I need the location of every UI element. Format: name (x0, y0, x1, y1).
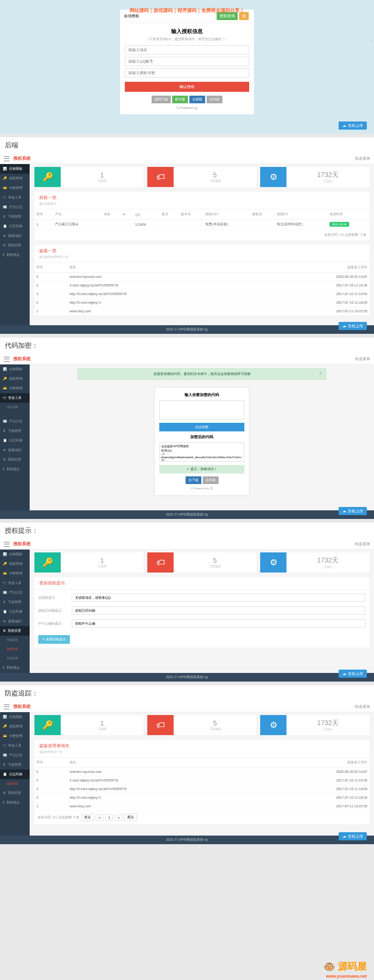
sidebar-item-track[interactable]: 👁盗版追踪 (0, 445, 30, 455)
sidebar-item-track[interactable]: 👁盗版追踪 (0, 231, 30, 241)
sidebar-item-sysinfo[interactable]: ℹ系统信息 (0, 663, 30, 672)
quick-menu[interactable]: 快速菜单 (355, 156, 370, 161)
sidebar-item-security[interactable]: 🛡安全工具 (0, 578, 30, 588)
upload-badge[interactable]: ☁当前上传 (339, 832, 367, 840)
sidebar-item-dashboard[interactable]: 📊仪表面板 (0, 550, 30, 559)
sidebar-item-track[interactable]: 👁盗版追踪 (0, 617, 30, 626)
track-panel: 盗版使用者域名盗版使用情况一览 序号域名盗版者入库时 5zhenshi.myuc… (34, 740, 369, 824)
sidebar-sub-auth[interactable]: 授权设置 (0, 645, 30, 654)
table-row[interactable]: 45.me/Lvkjkey=a13ef7d78595f73f2017-07-15… (34, 776, 369, 785)
table-row[interactable]: 3http://5.me/Lvkjkey=a13ef7d78595f73f201… (34, 290, 369, 298)
hamburger-icon[interactable] (4, 156, 10, 161)
sidebar-item-logs[interactable]: 📋日志列表 (0, 770, 30, 779)
submit-button[interactable]: 确认授权 (125, 82, 249, 92)
sidebar-item-dashboard[interactable]: 📊仪表面板 (0, 164, 30, 174)
sidebar-item-settings[interactable]: ⚙系统设置 (0, 455, 30, 464)
sidebar-sub-domain[interactable]: 域名授权 (0, 403, 30, 412)
code-input[interactable] (159, 400, 244, 419)
sidebar-item-product[interactable]: 📰产品公告 (0, 417, 30, 426)
sidebar-sub-general[interactable]: 常规设置 (0, 636, 30, 645)
upload-badge[interactable]: ☁当前上传 (339, 670, 367, 678)
sidebar-item-sysinfo[interactable]: ℹ系统信息 (0, 464, 30, 474)
sidebar-item-auth[interactable]: 🔑授权查询 (0, 722, 30, 731)
sidebar-item-download[interactable]: ⬇下载管理 (0, 597, 30, 607)
sidebar-item-card[interactable]: 💳卡密管理 (0, 384, 30, 393)
sidebar-item-download[interactable]: ⬇下载管理 (0, 212, 30, 221)
sidebar: 📊仪表面板 🔑授权查询 💳卡密管理 🛡安全工具 📰产品公告 ⬇下载管理 📋日志列… (0, 539, 30, 673)
topbar: 授权系统 快速菜单 (0, 539, 374, 550)
sidebar-item-security[interactable]: 🛡安全工具 (0, 193, 30, 202)
sidebar-item-download[interactable]: ⬇下载管理 (0, 760, 30, 770)
sidebar-item-card[interactable]: 💳卡密管理 (0, 569, 30, 578)
sidebar-item-auth[interactable]: 🔑授权查询 (0, 559, 30, 569)
sidebar-item-card[interactable]: 💳卡密管理 (0, 183, 30, 193)
sidebar-item-auth[interactable]: 🔑授权查询 (0, 174, 30, 183)
sidebar-item-sysinfo[interactable]: ℹ系统信息 (0, 250, 30, 260)
sidebar-item-card[interactable]: 💳卡密管理 (0, 731, 30, 741)
code-output[interactable]: 这是盗版VIP官网授权 联系QQ: <? phpeval(gzinflate(b… (159, 442, 244, 462)
hamburger-icon[interactable] (4, 705, 10, 709)
domain-input[interactable] (125, 45, 249, 55)
sidebar-item-security[interactable]: 🛡安全工具 (0, 741, 30, 750)
sidebar-item-auth[interactable]: 🔑授权查询 (0, 374, 30, 384)
table-row[interactable]: 1www.sfsq.com2017-07-11 19:22:53 (34, 307, 369, 316)
table-row[interactable]: 3http://5.me/Lvkjkey=a13ef7d78595f73f201… (34, 785, 369, 793)
cloud-icon: ☁ (342, 123, 346, 128)
expired-input[interactable] (72, 606, 365, 615)
sidebar-item-settings[interactable]: ⚙系统设置 (0, 241, 30, 250)
upload-badge[interactable]: ☁当前上传 (339, 322, 367, 330)
close-icon[interactable]: × (319, 371, 322, 376)
sidebar-sub-php[interactable] (0, 412, 30, 417)
table-row[interactable]: 5zhenshi.myucms.com2020-05-20 01:14:07 (34, 768, 369, 776)
sidebar-item-download[interactable]: ⬇下载管理 (0, 426, 30, 436)
sidebar-item-product[interactable]: 📰产品公告 (0, 750, 30, 760)
card-input[interactable] (125, 68, 249, 77)
download-button[interactable]: 去下载 (186, 476, 201, 484)
stat-pirate: 🏷5已防盗版 (147, 552, 256, 573)
sidebar-item-security[interactable]: 🛡安全工具 (0, 393, 30, 403)
page-prev[interactable]: < (96, 815, 103, 821)
quick-menu[interactable]: 快速菜单 (355, 704, 370, 709)
sidebar-item-dashboard[interactable]: 📊仪表面板 (0, 712, 30, 722)
ip-input[interactable] (72, 619, 365, 628)
auth-button[interactable]: 去授权 (189, 96, 205, 103)
quick-menu[interactable]: 快速菜单 (355, 541, 370, 547)
sidebar-item-sysinfo[interactable]: ℹ系统信息 (0, 798, 30, 807)
sidebar-sub-other[interactable]: 其他设置 (0, 654, 30, 663)
sidebar-item-logs[interactable]: 📋日志列表 (0, 436, 30, 445)
sidebar-item-product[interactable]: 📰产品公告 (0, 588, 30, 597)
upgrade-button[interactable]: 去升级 (207, 96, 222, 103)
sidebar-item-logs[interactable]: 📋日志列表 (0, 607, 30, 617)
news-icon: 📰 (3, 419, 7, 423)
table-row[interactable]: 1产品展示无限会123456免费(单域名版)独立(或绑单域定)2021-12-2… (34, 220, 369, 230)
table-row[interactable]: 2http://5.me/Lvkjkey=12017-07-15 11:18:2… (34, 793, 369, 802)
sidebar-item-dashboard[interactable]: 📊仪表面板 (0, 364, 30, 374)
hamburger-icon[interactable] (4, 542, 10, 547)
update-tip-button[interactable]: ↻ 更新授权提示 (38, 635, 70, 644)
eye-icon: 👁 (3, 449, 6, 452)
cloud-icon: ☁ (342, 509, 346, 513)
table-row[interactable]: 2http://5.me/Lvkjkey=12017-07-15 11:18:2… (34, 298, 369, 307)
page-1[interactable]: 1 (105, 815, 113, 821)
getcard-button[interactable]: 获卡密 (172, 96, 188, 103)
upgrade-button[interactable]: 去升级 (203, 476, 219, 484)
sidebar-sub-track[interactable]: 盗版追踪 (0, 779, 30, 788)
upload-badge[interactable]: ☁ 当前上传 (339, 121, 367, 130)
encrypt-button[interactable]: 点击加密 (159, 423, 244, 431)
page-home[interactable]: 首页 (81, 814, 94, 821)
sidebar-item-product[interactable]: 📰产品公告 (0, 202, 30, 212)
download-button[interactable]: 源码下载 (152, 96, 171, 103)
table-row[interactable]: 5zhenshi.myucms.com2020-05-20 01:14:07 (34, 273, 369, 281)
page-next[interactable]: > (115, 815, 122, 821)
table-row[interactable]: 45.me/Lvkjkey=a13ef7d78595f73f2017-07-15… (34, 281, 369, 290)
page-last[interactable]: 尾页 (124, 814, 137, 821)
sidebar-item-settings[interactable]: ⚙系统设置 (0, 626, 30, 636)
sidebar-item-settings[interactable]: ⚙系统设置 (0, 788, 30, 798)
table-row[interactable]: 1www.sfsq.com2017-07-11 19:22:53 (34, 802, 369, 811)
upload-badge[interactable]: ☁当前上传 (339, 507, 367, 515)
quick-menu[interactable]: 快速菜单 (355, 356, 370, 362)
qq-input[interactable] (125, 57, 249, 66)
hamburger-icon[interactable] (4, 357, 10, 362)
sidebar-item-logs[interactable]: 📋日志列表 (0, 221, 30, 231)
unauth-input[interactable] (72, 594, 365, 602)
